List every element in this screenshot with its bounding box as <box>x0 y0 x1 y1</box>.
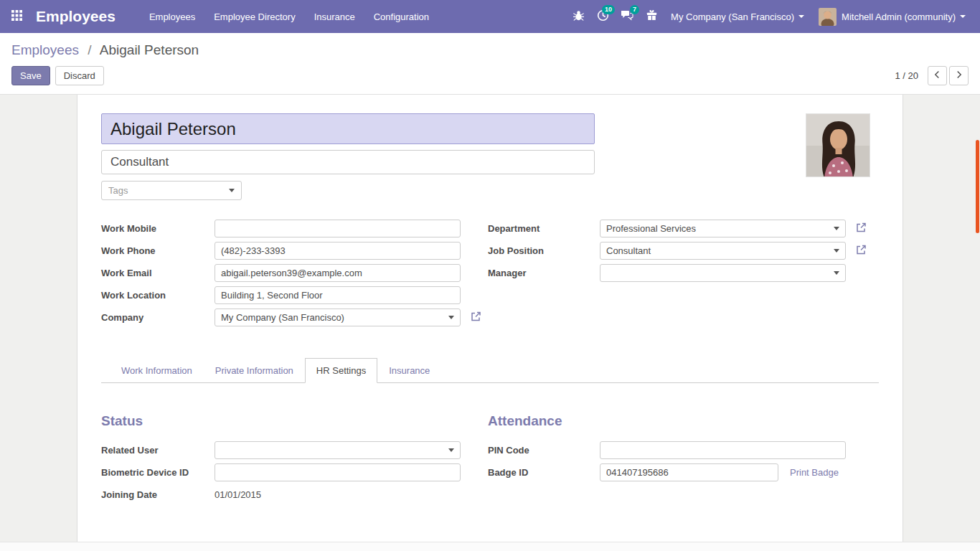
save-button[interactable]: Save <box>11 66 50 85</box>
manager-select[interactable] <box>600 264 846 282</box>
debug-button[interactable] <box>566 0 590 33</box>
caret-down-icon <box>834 271 839 275</box>
company-label: Company <box>101 312 215 323</box>
caret-down-icon <box>448 316 454 319</box>
external-link-icon <box>470 311 482 325</box>
department-value: Professional Services <box>606 223 834 234</box>
vertical-scrollbar-thumb[interactable] <box>976 140 979 233</box>
breadcrumb-parent-link[interactable]: Employees <box>11 42 79 57</box>
joining-date-label: Joining Date <box>101 489 215 500</box>
job-title-input[interactable] <box>101 150 595 174</box>
work-email-input[interactable] <box>215 264 461 282</box>
manager-label: Manager <box>488 268 600 278</box>
job-position-external-link-button[interactable] <box>855 244 867 258</box>
field-row: Work Email <box>101 264 488 282</box>
systray: 10 7 My Company (San Francisco) Mitchell… <box>566 0 973 33</box>
horizontal-scrollbar-track[interactable] <box>0 542 980 551</box>
activities-button[interactable]: 10 <box>590 0 615 33</box>
tab-insurance[interactable]: Insurance <box>377 358 441 383</box>
breadcrumb-separator: / <box>88 42 91 57</box>
field-row: Joining Date 01/01/2015 <box>101 486 488 504</box>
pager: 1 / 20 <box>895 66 969 85</box>
hr-settings-pane: Status Related User Biometric Device ID … <box>101 413 879 508</box>
odoo-bot-button[interactable] <box>639 0 664 33</box>
field-row: Work Mobile <box>101 220 488 237</box>
caret-down-icon <box>229 189 235 192</box>
company-switcher[interactable]: My Company (San Francisco) <box>664 0 811 33</box>
caret-down-icon <box>448 448 454 452</box>
notebook-tabs: Work Information Private Information HR … <box>101 358 879 383</box>
menu-employees[interactable]: Employees <box>140 0 204 33</box>
related-user-select[interactable] <box>215 441 461 459</box>
attendance-group: Attendance PIN Code Badge ID Print Badge <box>488 413 879 508</box>
message-count-badge: 7 <box>630 5 639 14</box>
tags-placeholder: Tags <box>108 185 128 196</box>
main-fields: Work Mobile Work Phone Work Email Work L… <box>101 220 879 331</box>
tab-hr-settings[interactable]: HR Settings <box>305 358 377 383</box>
attendance-group-title: Attendance <box>488 413 879 429</box>
print-badge-button[interactable]: Print Badge <box>790 467 839 478</box>
employee-photo[interactable] <box>806 113 870 177</box>
department-label: Department <box>488 223 600 234</box>
main-menu: Employees Employee Directory Insurance C… <box>140 0 438 33</box>
pager-previous-button[interactable] <box>928 66 947 85</box>
breadcrumb: Employees / Abigail Peterson <box>11 42 969 58</box>
menu-configuration[interactable]: Configuration <box>364 0 438 33</box>
pager-next-button[interactable] <box>949 66 969 85</box>
menu-insurance[interactable]: Insurance <box>305 0 364 33</box>
field-row: Biometric Device ID <box>101 463 488 481</box>
field-row: Department Professional Services <box>488 220 879 237</box>
top-navbar: Employees Employees Employee Directory I… <box>0 0 980 33</box>
caret-down-icon <box>834 227 839 230</box>
gift-icon <box>646 9 657 24</box>
employee-name-input[interactable] <box>101 113 595 144</box>
job-position-select[interactable]: Consultant <box>600 242 846 260</box>
tab-work-information[interactable]: Work Information <box>110 358 204 383</box>
form-view: Tags Work Mobile <box>0 95 980 551</box>
work-mobile-input[interactable] <box>215 220 461 237</box>
tags-select[interactable]: Tags <box>101 181 242 200</box>
external-link-icon <box>855 222 867 236</box>
apps-menu-button[interactable] <box>0 0 33 33</box>
job-position-value: Consultant <box>606 245 834 256</box>
joining-date-value: 01/01/2015 <box>215 489 261 500</box>
pin-code-label: PIN Code <box>488 445 600 456</box>
work-phone-input[interactable] <box>215 242 461 260</box>
left-field-column: Work Mobile Work Phone Work Email Work L… <box>101 220 488 331</box>
pin-code-input[interactable] <box>600 441 846 459</box>
field-row: Company My Company (San Francisco) <box>101 309 488 326</box>
field-row: Related User <box>101 441 488 459</box>
company-select[interactable]: My Company (San Francisco) <box>215 309 461 326</box>
user-name: Mitchell Admin (community) <box>842 11 956 22</box>
chevron-down-icon <box>960 15 966 18</box>
control-panel: Employees / Abigail Peterson Save Discar… <box>0 33 980 95</box>
field-row: Manager <box>488 264 879 282</box>
status-group-title: Status <box>101 413 488 429</box>
company-external-link-button[interactable] <box>470 311 482 325</box>
right-field-column: Department Professional Services Job Pos… <box>488 220 879 331</box>
related-user-label: Related User <box>101 445 215 456</box>
discard-button[interactable]: Discard <box>55 66 104 85</box>
form-sheet: Tags Work Mobile <box>77 95 903 551</box>
field-row: Work Phone <box>101 242 488 260</box>
status-group: Status Related User Biometric Device ID … <box>101 413 488 508</box>
user-avatar <box>819 8 837 26</box>
department-external-link-button[interactable] <box>855 222 867 236</box>
user-menu[interactable]: Mitchell Admin (community) <box>811 0 973 33</box>
work-phone-label: Work Phone <box>101 245 215 256</box>
menu-employee-directory[interactable]: Employee Directory <box>204 0 304 33</box>
badge-id-input[interactable] <box>600 463 778 481</box>
activity-count-badge: 10 <box>602 5 615 14</box>
tab-private-information[interactable]: Private Information <box>204 358 305 383</box>
biometric-device-id-label: Biometric Device ID <box>101 467 215 478</box>
biometric-device-id-input[interactable] <box>215 463 461 481</box>
department-select[interactable]: Professional Services <box>600 220 846 237</box>
external-link-icon <box>855 244 867 258</box>
bug-icon <box>573 10 584 24</box>
company-name: My Company (San Francisco) <box>671 11 794 22</box>
chevron-down-icon <box>798 15 804 18</box>
chevron-left-icon <box>934 70 941 81</box>
work-location-input[interactable] <box>215 286 461 304</box>
messages-button[interactable]: 7 <box>615 0 639 33</box>
app-name[interactable]: Employees <box>36 8 116 25</box>
